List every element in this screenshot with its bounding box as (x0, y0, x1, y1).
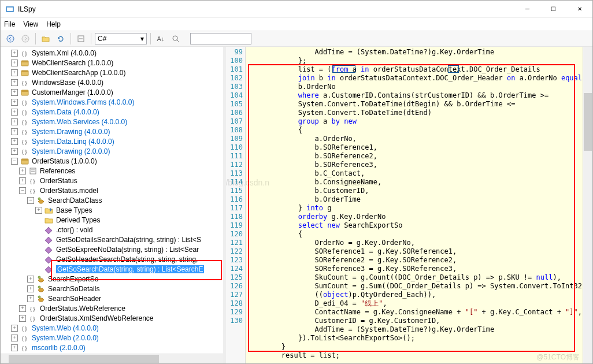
tree-node[interactable]: GetSoSearchData(string, string) : List<S… (3, 264, 223, 274)
expand-toggle-icon[interactable]: − (19, 187, 26, 194)
expand-toggle-icon[interactable]: + (19, 315, 26, 322)
expand-toggle-icon[interactable]: + (11, 148, 18, 155)
toolbar: C# ▾ A↓ (1, 31, 592, 47)
tree-node[interactable]: +{}System.Web.Services (4.0.0.0) (3, 117, 223, 127)
node-label: GetSoExpreeNoData(string, string) : List… (56, 246, 199, 254)
maximize-button[interactable]: ☐ (540, 1, 566, 18)
menu-file[interactable]: File (4, 20, 15, 28)
search-input[interactable] (190, 33, 251, 44)
sort-button[interactable]: A↓ (154, 32, 167, 45)
tree-node[interactable]: +{}System.Drawing (4.0.0.0) (3, 127, 223, 136)
tree-node[interactable]: +{}System.Data.Linq (4.0.0.0) (3, 136, 223, 146)
expand-toggle-icon[interactable]: + (35, 207, 42, 214)
back-button[interactable] (4, 32, 17, 45)
code-vscroll[interactable] (583, 47, 592, 363)
expand-toggle-icon[interactable]: + (11, 109, 18, 116)
forward-button[interactable] (19, 32, 32, 45)
expand-toggle-icon[interactable]: + (19, 168, 26, 174)
close-button[interactable]: ✕ (566, 1, 592, 18)
svg-point-3 (22, 35, 29, 42)
brace-icon: {} (20, 117, 29, 127)
open-button[interactable] (39, 32, 52, 45)
tree-node[interactable]: +{}System.Web (2.0.0.0) (3, 333, 223, 343)
separator (35, 33, 36, 44)
expand-toggle-icon[interactable]: + (11, 138, 18, 145)
refresh-button[interactable] (54, 32, 67, 45)
expand-toggle-icon[interactable]: + (11, 344, 18, 351)
tree-node[interactable]: +{}System.Xml (4.0.0.0) (3, 48, 223, 58)
source-code[interactable]: AddTime = (System.DateTime?)g.Key.OrderT… (246, 47, 583, 363)
expand-toggle-icon[interactable]: + (11, 79, 18, 86)
tree-node[interactable]: +SearchSoDetails (3, 284, 223, 294)
tree-node[interactable]: .ctor() : void (3, 225, 223, 235)
node-label: OrderStatus.XmlSendWebReference (40, 314, 154, 322)
language-select[interactable]: C# ▾ (95, 33, 147, 44)
tree-node[interactable]: −OrderStatus (1.0.0.0) (3, 156, 223, 166)
method-icon (45, 225, 54, 235)
line-gutter: 9910010110210310410510610710810911011111… (226, 47, 246, 363)
expand-toggle-icon[interactable]: + (11, 69, 18, 76)
tree-node[interactable]: +{}System.Data (4.0.0.0) (3, 107, 223, 117)
svg-rect-33 (45, 257, 51, 263)
expand-toggle-icon[interactable]: + (11, 335, 18, 341)
tree-node[interactable]: Derived Types (3, 215, 223, 225)
expand-toggle-icon[interactable]: + (27, 295, 34, 302)
brace-icon: {} (20, 324, 29, 333)
tree-node[interactable]: +CustomerManger (1.0.0.0) (3, 87, 223, 97)
tree-pane[interactable]: +{}System.Xml (4.0.0.0)+WebClientSearch … (1, 47, 223, 363)
expand-toggle-icon[interactable]: + (19, 177, 26, 184)
tree-node[interactable]: +{}System.Drawing (2.0.0.0) (3, 146, 223, 156)
expand-toggle-icon[interactable]: + (11, 128, 18, 135)
node-label: System.Windows.Forms (4.0.0.0) (32, 98, 134, 106)
tree-node[interactable]: +{}OrderStatus (3, 176, 223, 185)
tree-node[interactable]: +{}mscorlib (2.0.0.0) (3, 343, 223, 352)
expand-toggle-icon[interactable]: − (27, 197, 34, 204)
scroll-thumb[interactable] (9, 355, 159, 363)
tree-node[interactable]: +SearchSoHeader (3, 294, 223, 303)
search-button[interactable] (169, 32, 182, 45)
tree-node[interactable]: +Base Types (3, 205, 223, 215)
tree-node[interactable]: +{}WindowsBase (4.0.0.0) (3, 77, 223, 87)
svg-text:{}: {} (21, 335, 28, 341)
tree-hscroll[interactable] (1, 354, 223, 363)
folder-blue-icon (45, 206, 54, 215)
expand-toggle-icon[interactable]: + (11, 89, 18, 96)
tree-node[interactable]: +{}OrderStatus.WebReference (3, 303, 223, 313)
tree-node[interactable]: GetSoHeaderSearchData(string, string, st… (3, 254, 223, 264)
expand-toggle-icon[interactable]: + (11, 325, 18, 332)
expand-toggle-icon[interactable]: + (11, 50, 18, 57)
asm-icon (20, 88, 29, 97)
assembly-tree: +{}System.Xml (4.0.0.0)+WebClientSearch … (1, 47, 223, 354)
tree-node[interactable]: +WebClientSearchApp (1.0.0.0) (3, 68, 223, 77)
collapse-button[interactable] (75, 32, 87, 45)
expand-toggle-icon[interactable]: + (11, 60, 18, 66)
expand-toggle-icon[interactable]: + (27, 276, 34, 283)
node-label: System.Drawing (4.0.0.0) (32, 128, 110, 136)
scroll-thumb[interactable] (584, 93, 592, 151)
expand-toggle-icon[interactable]: + (11, 118, 18, 125)
svg-rect-24 (30, 168, 36, 174)
tree-node[interactable]: +{}OrderStatus.XmlSendWebReference (3, 313, 223, 323)
dropdown-arrow-icon: ▾ (140, 35, 144, 43)
folder-icon (45, 216, 54, 225)
tree-node[interactable]: +References (3, 166, 223, 176)
menu-view[interactable]: View (23, 20, 38, 28)
expand-toggle-icon[interactable]: + (27, 285, 34, 292)
ns-icon: {} (28, 176, 38, 185)
expand-toggle-icon[interactable]: − (11, 158, 18, 165)
tree-node[interactable]: +{}System.Web (4.0.0.0) (3, 323, 223, 333)
tree-node[interactable]: GetSoExpreeNoData(string, string) : List… (3, 244, 223, 254)
menu-help[interactable]: Help (46, 20, 61, 28)
tree-node[interactable]: −{}OrderStatus.model (3, 185, 223, 195)
expand-toggle-icon[interactable]: + (11, 99, 18, 106)
node-label: WebClientSearch (1.0.0.0) (32, 59, 113, 67)
tree-node[interactable]: +{}System.Windows.Forms (4.0.0.0) (3, 97, 223, 107)
tree-node[interactable]: +SearchExportSo (3, 274, 223, 284)
tree-node[interactable]: GetSoDetailsSearchData(string, string) :… (3, 235, 223, 244)
tree-node[interactable]: +WebClientSearch (1.0.0.0) (3, 58, 223, 68)
node-label: CustomerManger (1.0.0.0) (32, 88, 113, 96)
svg-point-36 (38, 286, 40, 288)
minimize-button[interactable]: ─ (514, 1, 540, 18)
expand-toggle-icon[interactable]: + (19, 305, 26, 312)
tree-node[interactable]: −SearchDataClass (3, 195, 223, 205)
